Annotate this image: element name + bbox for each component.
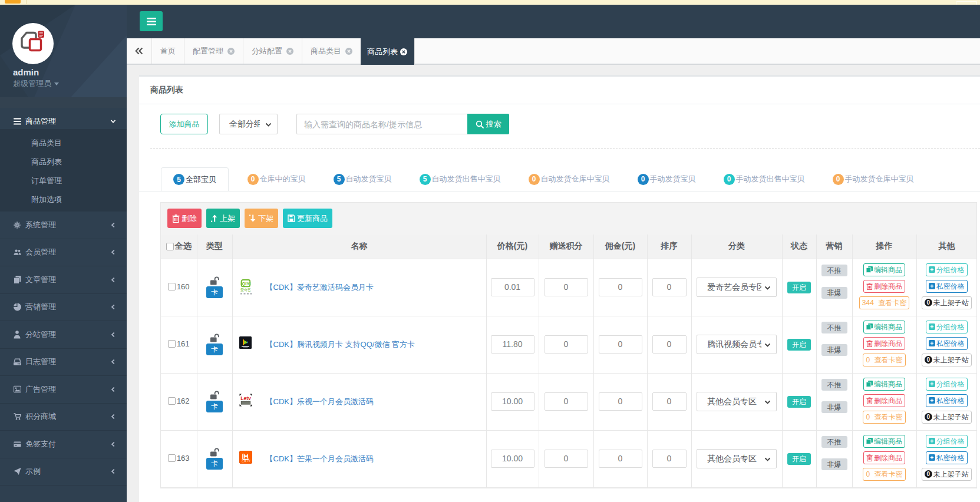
page-tab[interactable]: 配置管理 [184,38,243,64]
group-price-button[interactable]: 分组价格 [926,435,968,448]
group-price-button[interactable]: 分组价格 [926,378,968,391]
page-tab[interactable]: 商品列表 [361,38,415,65]
sidebar-item[interactable]: 会员管理 [0,239,127,267]
sort-input[interactable]: 0 [652,450,687,468]
commission-input[interactable]: 0 [599,335,642,354]
product-name-link[interactable]: 【CDK】腾讯视频月卡 支持QQ/微信 官方卡 [266,339,415,350]
marketing-chip-norecommend[interactable]: 不推 [821,379,847,391]
status-on-button[interactable]: 开启 [787,396,811,408]
private-price-button[interactable]: 私密价格 [926,394,968,407]
sidebar-subitem[interactable]: 附加选项 [0,190,127,209]
group-price-button[interactable]: 分组价格 [926,263,968,276]
view-cards-button[interactable]: 0 查看卡密 [863,354,905,366]
status-tab[interactable]: 0 手动发货宝贝 [623,167,710,191]
commission-input[interactable]: 0 [599,278,642,296]
edit-product-button[interactable]: 编辑商品 [863,378,905,391]
marketing-chip-nohot[interactable]: 非爆 [821,344,847,356]
bulk-action-button[interactable]: 更新商品 [283,209,332,228]
marketing-chip-norecommend[interactable]: 不推 [821,322,847,333]
price-input[interactable]: 0.01 [491,278,534,296]
sidebar-item-product-management[interactable]: 商品管理 [0,108,127,129]
category-select[interactable]: 爱奇艺会员专区 [697,278,777,297]
offline-subsite-button[interactable]: 0未上架子站 [922,411,972,424]
price-input[interactable]: 11.80 [491,335,534,354]
status-tab[interactable]: 5 自动发货出售中宝贝 [405,167,514,191]
private-price-button[interactable]: 私密价格 [926,451,968,464]
avatar[interactable] [12,23,54,64]
sort-input[interactable]: 0 [652,335,687,354]
sidebar-item[interactable]: 文章管理 [0,266,127,294]
category-select[interactable]: 其他会员专区 [697,392,777,411]
row-checkbox[interactable] [168,283,176,290]
price-input[interactable]: 10.00 [491,392,534,411]
points-input[interactable]: 0 [545,392,588,411]
sidebar-subitem[interactable]: 订单管理 [0,171,127,190]
points-input[interactable]: 0 [545,278,588,296]
select-all-checkbox[interactable] [166,243,174,250]
page-tab[interactable]: 商品类目 [302,38,361,64]
page-tab[interactable]: 分站配置 [243,38,302,64]
sidebar-item[interactable]: 积分商城 [0,404,127,431]
status-tab[interactable]: 0 自动发货仓库中宝贝 [514,167,623,191]
edit-product-button[interactable]: 编辑商品 [863,435,905,448]
marketing-chip-nohot[interactable]: 非爆 [821,458,847,470]
status-tab[interactable]: 0 手动发货出售中宝贝 [710,167,819,191]
commission-input[interactable]: 0 [599,450,642,468]
edit-product-button[interactable]: 编辑商品 [863,263,905,276]
sort-input[interactable]: 0 [652,392,687,411]
status-on-button[interactable]: 开启 [787,453,811,465]
marketing-chip-nohot[interactable]: 非爆 [821,287,847,299]
sidebar-subitem[interactable]: 商品列表 [0,153,127,171]
sidebar-item[interactable]: 营销管理 [0,294,127,322]
status-tab[interactable]: 0 手动发货仓库中宝贝 [819,167,928,191]
view-cards-button[interactable]: 344 查看卡密 [859,296,909,309]
points-input[interactable]: 0 [545,450,588,468]
add-product-button[interactable]: 添加商品 [160,114,208,134]
sort-input[interactable]: 0 [652,278,687,296]
group-price-button[interactable]: 分组价格 [926,321,968,333]
delete-product-button[interactable]: 删除商品 [863,451,905,464]
sidebar-item[interactable]: 广告管理 [0,376,127,404]
row-checkbox[interactable] [168,340,176,348]
tabs-scroll-left-button[interactable] [127,38,151,64]
profile-role[interactable]: 超级管理员 [13,78,59,89]
marketing-chip-nohot[interactable]: 非爆 [821,401,847,413]
page-tab[interactable]: 首页 [151,38,184,64]
close-circle-icon[interactable] [286,48,293,55]
sidebar-item[interactable]: 示例 [0,458,127,486]
offline-subsite-button[interactable]: 0未上架子站 [922,468,972,481]
offline-subsite-button[interactable]: 0未上架子站 [922,354,972,366]
view-cards-button[interactable]: 0 查看卡密 [863,411,905,424]
commission-input[interactable]: 0 [599,392,642,411]
points-input[interactable]: 0 [545,335,588,354]
status-tab[interactable]: 5 全部宝贝 [161,167,229,191]
product-name-link[interactable]: 【CDK】爱奇艺激活码会员月卡 [266,282,374,293]
status-tab[interactable]: 5 自动发货宝贝 [319,167,405,191]
bulk-action-button[interactable]: 下架 [245,209,278,228]
edit-product-button[interactable]: 编辑商品 [863,321,905,333]
category-select[interactable]: 其他会员专区 [697,449,777,468]
delete-product-button[interactable]: 删除商品 [863,394,905,407]
sidebar-item[interactable]: 日志管理 [0,349,127,376]
status-on-button[interactable]: 开启 [787,282,811,293]
search-button[interactable]: 搜索 [467,114,509,134]
close-circle-icon[interactable] [400,48,407,55]
product-name-link[interactable]: 【CDK】乐视一个月会员激活码 [266,397,374,407]
bulk-action-button[interactable]: 删除 [167,209,202,228]
sidebar-item[interactable]: 分站管理 [0,321,127,349]
status-tab[interactable]: 0 仓库中的宝贝 [233,167,319,191]
status-on-button[interactable]: 开启 [787,339,811,351]
marketing-chip-norecommend[interactable]: 不推 [821,436,847,448]
marketing-chip-norecommend[interactable]: 不推 [821,265,847,276]
private-price-button[interactable]: 私密价格 [926,280,968,293]
close-circle-icon[interactable] [345,48,352,55]
offline-subsite-button[interactable]: 0未上架子站 [922,296,972,309]
sidebar-subitem[interactable]: 商品类目 [0,134,127,153]
group-filter-select[interactable]: 全部分组 [219,114,278,134]
sidebar-item[interactable]: 免签支付 [0,431,127,458]
profile-username[interactable]: admin [13,67,39,77]
price-input[interactable]: 10.00 [491,450,534,468]
delete-product-button[interactable]: 删除商品 [863,280,905,293]
row-checkbox[interactable] [168,454,176,462]
private-price-button[interactable]: 私密价格 [926,337,968,350]
